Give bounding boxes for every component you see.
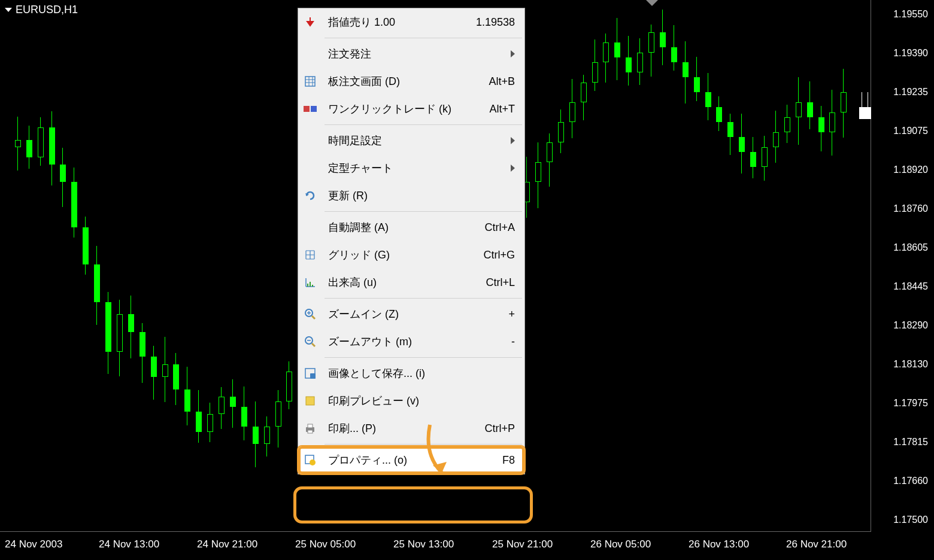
menu-item-label: 指値売り 1.00 (328, 15, 476, 29)
menu-item-shortcut: Ctrl+P (484, 422, 515, 435)
volume-icon (303, 275, 317, 290)
chart-title: EURUSD,H1 (5, 4, 78, 16)
refresh-icon (303, 188, 317, 203)
menu-item[interactable]: 画像として保存... (i) (298, 360, 524, 387)
svg-rect-10 (310, 282, 311, 287)
menu-item[interactable]: 更新 (R) (298, 182, 524, 209)
time-axis-label: 24 Nov 2003 (5, 538, 62, 550)
time-axis-label: 25 Nov 13:00 (393, 538, 454, 550)
menu-item-label: 定型チャート (328, 161, 511, 175)
board-icon (303, 74, 317, 89)
menu-item-shortcut: Ctrl+G (483, 249, 515, 261)
price-axis-label: 1.17815 (893, 437, 928, 448)
menu-item[interactable]: グリッド (G)Ctrl+G (298, 241, 524, 269)
menu-item-label: 時間足設定 (328, 133, 511, 148)
price-axis-label: 1.18130 (893, 359, 928, 370)
menu-item-shortcut: Alt+B (489, 75, 515, 88)
time-axis-label: 24 Nov 21:00 (197, 538, 257, 550)
submenu-arrow-icon (511, 165, 515, 172)
svg-rect-9 (307, 284, 308, 287)
time-axis-label: 26 Nov 05:00 (590, 538, 651, 550)
menu-separator (325, 357, 522, 358)
print-preview-icon (303, 394, 317, 408)
time-axis-label: 24 Nov 13:00 (99, 538, 159, 550)
price-axis-label: 1.19550 (893, 9, 928, 20)
time-axis-label: 26 Nov 13:00 (689, 538, 749, 550)
menu-item-label: 画像として保存... (i) (328, 366, 515, 381)
menu-item-label: グリッド (G) (328, 248, 483, 262)
submenu-arrow-icon (511, 137, 515, 144)
svg-point-26 (310, 459, 316, 465)
svg-rect-20 (310, 373, 316, 379)
svg-rect-0 (305, 77, 315, 86)
price-axis-label: 1.19075 (893, 126, 928, 136)
menu-item-shortcut: - (511, 336, 515, 348)
menu-item-shortcut: Ctrl+A (484, 221, 515, 234)
menu-item[interactable]: 出来高 (u)Ctrl+L (298, 269, 524, 296)
menu-separator (325, 124, 522, 125)
menu-item[interactable]: 定型チャート (298, 154, 524, 182)
price-axis-label: 1.18290 (893, 320, 928, 331)
price-axis-label: 1.19390 (893, 48, 928, 59)
menu-item-label: プロパティ... (o) (328, 453, 502, 467)
menu-item[interactable]: 板注文画面 (D)Alt+B (298, 68, 524, 95)
one-click-icon (303, 102, 317, 116)
menu-item-label: 印刷... (P) (328, 421, 484, 436)
menu-item[interactable]: ズームイン (Z)+ (298, 300, 524, 328)
menu-item-label: ワンクリックトレード (k) (328, 102, 489, 116)
svg-rect-5 (304, 106, 310, 112)
menu-separator (325, 444, 522, 445)
menu-item[interactable]: プロパティ... (o)F8 (298, 446, 524, 474)
menu-item-label: ズームイン (Z) (328, 307, 508, 321)
menu-item-shortcut: Alt+T (489, 103, 515, 115)
menu-item[interactable]: ズームアウト (m)- (298, 328, 524, 355)
menu-item-shortcut: F8 (502, 454, 515, 467)
dropdown-triangle-icon (5, 8, 12, 12)
menu-item[interactable]: 指値売り 1.001.19538 (298, 8, 524, 36)
time-axis: 24 Nov 200324 Nov 13:0024 Nov 21:0025 No… (0, 532, 934, 560)
svg-rect-21 (306, 397, 314, 405)
price-axis-label: 1.17500 (893, 515, 928, 525)
menu-item[interactable]: 注文発注 (298, 40, 524, 68)
menu-separator (325, 298, 522, 299)
menu-item-label: 更新 (R) (328, 188, 515, 203)
print-icon (303, 421, 317, 436)
menu-item[interactable]: 自動調整 (A)Ctrl+A (298, 214, 524, 241)
price-axis-label: 1.18605 (893, 242, 928, 253)
svg-rect-6 (311, 106, 317, 112)
save-image-icon (303, 366, 317, 381)
menu-item-label: 出来高 (u) (328, 275, 486, 290)
menu-item[interactable]: 印刷プレビュー (v) (298, 387, 524, 415)
zoom-in-icon (303, 307, 317, 321)
grid-icon (303, 248, 317, 262)
menu-item-label: 印刷プレビュー (v) (328, 394, 515, 408)
price-axis: 1.195501.193901.192351.190751.189201.187… (871, 0, 934, 532)
price-axis-label: 1.18920 (893, 165, 928, 175)
zoom-out-icon (303, 334, 317, 349)
menu-item-shortcut: Ctrl+L (486, 276, 515, 289)
svg-line-13 (312, 316, 315, 319)
menu-item[interactable]: 時間足設定 (298, 127, 524, 154)
menu-item[interactable]: ワンクリックトレード (k)Alt+T (298, 95, 524, 123)
price-axis-label: 1.18760 (893, 203, 928, 214)
price-axis-label: 1.17975 (893, 398, 928, 409)
menu-item-label: 注文発注 (328, 47, 511, 61)
svg-rect-24 (308, 430, 313, 433)
svg-rect-23 (308, 424, 313, 428)
time-axis-label: 25 Nov 21:00 (492, 538, 553, 550)
time-axis-label: 26 Nov 21:00 (786, 538, 847, 550)
chart-symbol-label: EURUSD,H1 (16, 4, 78, 16)
price-axis-label: 1.19235 (893, 87, 928, 98)
top-marker-icon (646, 0, 658, 6)
svg-line-17 (312, 343, 315, 346)
menu-item-label: 自動調整 (A) (328, 220, 484, 235)
submenu-arrow-icon (511, 50, 515, 57)
svg-rect-11 (312, 285, 313, 287)
menu-item-label: 板注文画面 (D) (328, 74, 489, 89)
properties-icon (303, 453, 317, 467)
menu-item-shortcut: + (508, 308, 515, 321)
menu-item-label: ズームアウト (m) (328, 334, 511, 349)
price-axis-label: 1.18445 (893, 281, 928, 292)
price-axis-label: 1.17660 (893, 476, 928, 486)
menu-item[interactable]: 印刷... (P)Ctrl+P (298, 415, 524, 442)
